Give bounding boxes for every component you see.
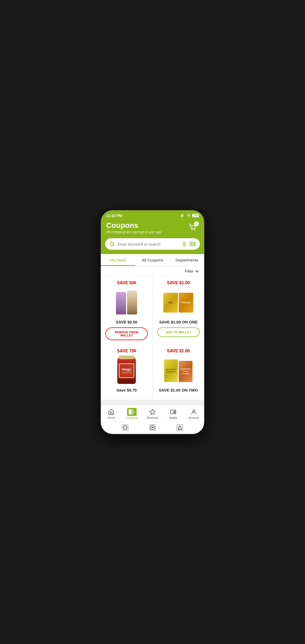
svg-rect-12 (192, 242, 192, 246)
phone-screen: 11:52 PM 100 (101, 210, 204, 434)
crackers-boxes: Ritz Triscuit (163, 293, 193, 313)
nav-wallet[interactable]: Wallet (163, 407, 183, 420)
status-bar: 11:52 PM 100 (101, 210, 204, 219)
nav-coupons[interactable]: % Coupons (122, 407, 142, 420)
bottom-nav: Home % Coupons (101, 405, 204, 422)
status-icons: 100 (181, 214, 199, 217)
product-image-1 (111, 288, 142, 317)
svg-rect-9 (190, 242, 190, 246)
tab-my-deals[interactable]: My Deals (101, 254, 135, 266)
header: Coupons All shopping and savings in one … (101, 219, 204, 238)
prego-brand-text: Prego (122, 368, 131, 371)
product-image-2: Ritz Triscuit (163, 288, 194, 317)
wallet-icon (170, 408, 177, 415)
cart-badge: 2 (194, 221, 199, 226)
svg-rect-17 (196, 242, 196, 246)
prego-jar: Prego Traditional (117, 357, 136, 384)
tab-all-coupons[interactable]: All Coupons (135, 254, 170, 266)
svg-rect-6 (184, 242, 185, 244)
cart-icon-wrapper: 2 (188, 223, 198, 233)
header-title-section: Coupons All shopping and savings in one … (106, 221, 161, 234)
barcode-icon[interactable] (190, 242, 196, 246)
chevron-down-icon (195, 270, 199, 273)
tab-navigation: My Deals All Coupons Departments (101, 254, 204, 266)
search-icon (109, 241, 115, 247)
coupons-row-1: SAVE 50¢ SAVE $0.50 REMOVE FROM WALLET S… (101, 276, 204, 344)
save-label-1: SAVE 50¢ (117, 281, 136, 285)
svg-point-27 (152, 427, 153, 428)
natural-bliss-bottles (116, 291, 137, 314)
nav-coupons-label: Coupons (126, 416, 138, 419)
add-to-wallet-button-2[interactable]: ADD TO WALLET (157, 327, 200, 337)
remove-from-wallet-button-1[interactable]: REMOVE FROM WALLET (105, 327, 148, 340)
nav-home-label: Home (107, 416, 115, 419)
save-label-4: SAVE $1.00 (167, 349, 190, 353)
nav-account[interactable]: Account (183, 407, 204, 420)
android-home-button[interactable] (149, 424, 156, 431)
nav-home[interactable]: Home (101, 407, 122, 420)
prego-lid (119, 356, 134, 359)
filter-button[interactable]: Filter (185, 269, 199, 273)
search-bar (105, 238, 200, 250)
cracker-box-2: Triscuit (179, 293, 193, 313)
svg-rect-10 (190, 242, 191, 246)
save-amount-3: Save $0.75 (116, 388, 137, 392)
svg-rect-15 (194, 242, 195, 246)
nav-rewards-label: Rewards (147, 416, 158, 419)
svg-rect-0 (181, 215, 182, 217)
tab-departments[interactable]: Departments (170, 254, 204, 266)
cereal-box-cinnamon: CinnamonToastCrunch (179, 361, 192, 382)
save-amount-4: SAVE $1.00 ON TWO (159, 388, 198, 392)
svg-rect-16 (195, 242, 196, 246)
coupon-card-3: SAVE 75¢ Prego Traditional (101, 344, 152, 400)
prego-label: Prego Traditional (119, 363, 134, 378)
coupon-card-1: SAVE 50¢ SAVE $0.50 REMOVE FROM WALLET (101, 276, 152, 344)
sim-icon (181, 214, 185, 217)
prego-variety-text: Traditional (122, 371, 132, 374)
svg-point-4 (194, 229, 195, 230)
account-icon (190, 408, 197, 415)
save-amount-1: SAVE $0.50 (116, 320, 137, 324)
svg-point-24 (193, 410, 195, 412)
page-subtitle: All shopping and savings in one app (106, 230, 161, 234)
nav-account-label: Account (189, 416, 199, 419)
svg-text:%: % (133, 410, 135, 413)
cracker-box-1: Ritz (163, 293, 178, 313)
save-label-2: SAVE $1.00 (167, 281, 190, 285)
svg-rect-14 (194, 242, 194, 246)
svg-rect-18 (129, 409, 132, 414)
cereal-box-cheerios: Honey NutCheerios (164, 359, 178, 382)
nav-rewards[interactable]: Rewards (142, 407, 163, 420)
prego-jar-container: Prego Traditional (117, 357, 136, 384)
android-recents-button[interactable] (177, 424, 183, 431)
wifi-icon (186, 214, 191, 217)
filter-bar: Filter (101, 266, 204, 276)
android-back-button[interactable] (122, 424, 128, 431)
search-container (101, 238, 204, 254)
android-nav-bar (101, 422, 204, 434)
product-image-3: Prego Traditional (111, 356, 142, 385)
home-icon (108, 408, 115, 415)
nav-wallet-label: Wallet (169, 416, 177, 419)
svg-point-3 (192, 229, 193, 230)
coupon-icon: % (128, 408, 135, 415)
microphone-icon[interactable] (182, 241, 187, 247)
svg-rect-25 (124, 426, 127, 429)
product-image-4: Honey NutCheerios CinnamonToastCrunch (163, 356, 194, 385)
coupon-card-4: SAVE $1.00 Honey NutCheerios CinnamonToa… (153, 344, 204, 400)
svg-rect-20 (132, 411, 133, 412)
coupons-row-2: SAVE 75¢ Prego Traditional (101, 344, 204, 400)
svg-marker-28 (178, 426, 182, 429)
save-label-3: SAVE 75¢ (117, 349, 136, 353)
coupon-card-2: SAVE $1.00 Ritz Triscuit SAVE $1.00 ON O… (153, 276, 204, 344)
cart-button[interactable]: 2 (187, 221, 199, 234)
svg-rect-1 (182, 214, 182, 217)
search-input[interactable] (118, 242, 179, 246)
save-amount-2: SAVE $1.00 ON ONE (159, 320, 198, 324)
rewards-icon (149, 408, 156, 415)
phone-frame: 11:52 PM 100 (101, 210, 204, 434)
svg-rect-19 (132, 409, 133, 411)
cereal-boxes: Honey NutCheerios CinnamonToastCrunch (164, 359, 192, 382)
svg-rect-11 (191, 242, 192, 246)
svg-rect-13 (193, 242, 193, 246)
